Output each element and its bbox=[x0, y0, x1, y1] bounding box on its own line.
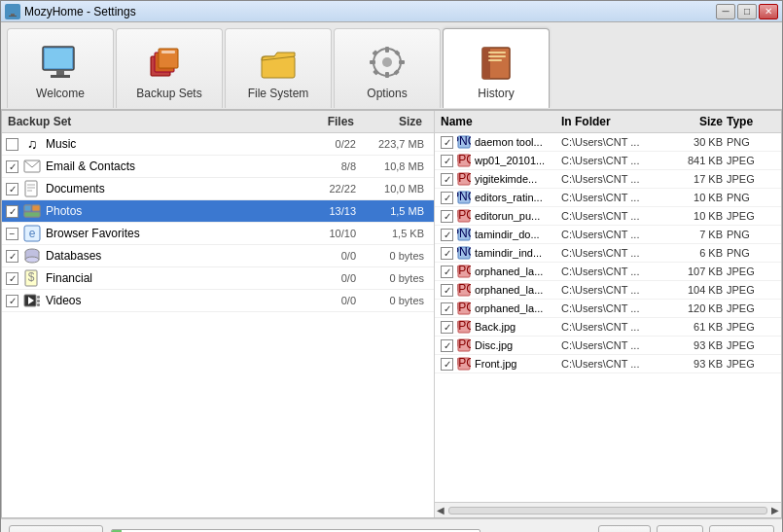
file-row-size: 30 KB bbox=[668, 136, 727, 148]
file-row[interactable]: JPG orphaned_la... C:\Users\CNT ... 104 … bbox=[435, 281, 781, 300]
progress-bar-container bbox=[111, 529, 480, 533]
tab-file-system[interactable]: File System bbox=[225, 28, 332, 108]
tab-history-label: History bbox=[478, 87, 514, 100]
backup-sets-icon bbox=[146, 42, 193, 83]
file-row[interactable]: PNG tamindir_ind... C:\Users\CNT ... 6 K… bbox=[435, 244, 781, 263]
file-row[interactable]: JPG editorun_pu... C:\Users\CNT ... 10 K… bbox=[435, 207, 781, 226]
file-row[interactable]: JPG Front.jpg C:\Users\CNT ... 93 KB JPE… bbox=[435, 355, 781, 373]
backup-row[interactable]: Videos 0/0 0 bytes bbox=[2, 290, 434, 312]
file-row-checkbox[interactable] bbox=[441, 173, 453, 186]
file-row-type: PNG bbox=[727, 247, 775, 259]
backup-row-size: 1,5 KB bbox=[362, 228, 430, 239]
backup-row-name: Videos bbox=[46, 294, 313, 307]
file-row-folder: C:\Users\CNT ... bbox=[561, 136, 668, 148]
maximize-button[interactable]: □ bbox=[737, 4, 757, 19]
backup-row-checkbox[interactable] bbox=[6, 205, 18, 218]
file-row[interactable]: PNG tamindir_do... C:\Users\CNT ... 7 KB… bbox=[435, 226, 781, 244]
file-row-checkbox[interactable] bbox=[441, 192, 453, 204]
file-row-checkbox[interactable] bbox=[441, 321, 453, 334]
file-row-folder: C:\Users\CNT ... bbox=[561, 302, 668, 314]
scroll-right-arrow[interactable]: ▶ bbox=[771, 505, 779, 515]
file-row[interactable]: JPG Back.jpg C:\Users\CNT ... 61 KB JPEG bbox=[435, 318, 781, 337]
backup-row[interactable]: Photos 13/13 1,5 MB bbox=[2, 200, 434, 223]
file-row-checkbox[interactable] bbox=[441, 302, 453, 315]
file-row-size: 10 KB bbox=[668, 210, 727, 222]
backup-row-size: 0 bytes bbox=[362, 272, 430, 284]
file-row-name: orphaned_la... bbox=[475, 302, 561, 314]
file-row-folder: C:\Users\CNT ... bbox=[561, 229, 668, 240]
backup-row[interactable]: Databases 0/0 0 bytes bbox=[2, 245, 434, 267]
file-row[interactable]: JPG wp01_20101... C:\Users\CNT ... 841 K… bbox=[435, 152, 781, 170]
file-row-folder: C:\Users\CNT ... bbox=[561, 358, 668, 370]
file-row-checkbox[interactable] bbox=[441, 229, 453, 241]
backup-row-size: 10,8 MB bbox=[362, 160, 430, 172]
increase-limit-button[interactable]: Increase Limit bbox=[9, 525, 103, 533]
tab-history[interactable]: History bbox=[443, 28, 550, 108]
scrollbar-track[interactable] bbox=[448, 507, 767, 514]
backup-row-files: 0/0 bbox=[313, 272, 362, 284]
svg-text:JPG: JPG bbox=[457, 283, 471, 296]
file-list[interactable]: PNG daemon tool... C:\Users\CNT ... 30 K… bbox=[435, 133, 781, 502]
ok-button[interactable]: OK bbox=[657, 525, 702, 533]
backup-row-icon bbox=[22, 180, 42, 197]
file-row-name: daemon tool... bbox=[475, 136, 561, 148]
backup-row[interactable]: $ Financial 0/0 0 bytes bbox=[2, 267, 434, 290]
tab-welcome[interactable]: Welcome bbox=[7, 28, 114, 108]
file-row-checkbox[interactable] bbox=[441, 210, 453, 223]
file-type-icon: JPG bbox=[456, 301, 472, 316]
tab-backup-sets[interactable]: Backup Sets bbox=[116, 28, 223, 108]
left-header: Backup Set Files Size bbox=[2, 111, 434, 133]
backup-row-checkbox[interactable] bbox=[6, 183, 18, 195]
file-row[interactable]: PNG editors_ratin... C:\Users\CNT ... 10… bbox=[435, 189, 781, 207]
svg-text:JPG: JPG bbox=[457, 338, 471, 351]
backup-row[interactable]: ♫ Music 0/22 223,7 MB bbox=[2, 133, 434, 156]
cancel-button[interactable]: Cancel bbox=[709, 525, 774, 533]
backup-row-name: Databases bbox=[46, 249, 313, 263]
backup-row-name: Email & Contacts bbox=[46, 160, 313, 173]
svg-text:JPG: JPG bbox=[457, 320, 471, 333]
file-row-size: 841 KB bbox=[668, 155, 727, 166]
file-row-checkbox[interactable] bbox=[441, 247, 453, 260]
horizontal-scrollbar[interactable]: ◀ ▶ bbox=[435, 502, 781, 517]
backup-row[interactable]: Email & Contacts 8/8 10,8 MB bbox=[2, 156, 434, 178]
file-row-type: PNG bbox=[727, 136, 775, 148]
backup-row-files: 10/10 bbox=[313, 228, 362, 239]
file-row-checkbox[interactable] bbox=[441, 136, 453, 149]
file-row-checkbox[interactable] bbox=[441, 155, 453, 167]
backup-row-checkbox[interactable] bbox=[6, 272, 18, 285]
file-row-checkbox[interactable] bbox=[441, 358, 453, 371]
file-row-type: JPEG bbox=[727, 266, 775, 277]
file-row-checkbox[interactable] bbox=[441, 284, 453, 297]
titlebar: MozyHome - Settings ─ □ ✕ bbox=[1, 1, 782, 22]
file-row[interactable]: JPG orphaned_la... C:\Users\CNT ... 107 … bbox=[435, 263, 781, 281]
file-type-icon: PNG bbox=[456, 190, 472, 205]
file-row-checkbox[interactable] bbox=[441, 266, 453, 278]
file-row-type: PNG bbox=[727, 229, 775, 240]
file-row-folder: C:\Users\CNT ... bbox=[561, 155, 668, 166]
bottom-left: Increase Limit bbox=[9, 525, 480, 533]
backup-row-checkbox[interactable] bbox=[6, 250, 18, 263]
backup-row-checkbox[interactable] bbox=[6, 295, 18, 307]
backup-row-checkbox[interactable] bbox=[6, 138, 18, 151]
minimize-button[interactable]: ─ bbox=[716, 4, 735, 19]
tab-options[interactable]: Options bbox=[334, 28, 441, 108]
svg-text:PNG: PNG bbox=[457, 135, 471, 148]
scroll-left-arrow[interactable]: ◀ bbox=[437, 505, 445, 515]
file-row[interactable]: JPG Disc.jpg C:\Users\CNT ... 93 KB JPEG bbox=[435, 337, 781, 355]
backup-row-checkbox[interactable] bbox=[6, 228, 18, 240]
backup-row-files: 0/22 bbox=[313, 138, 362, 150]
backup-row-icon bbox=[22, 202, 42, 220]
help-button[interactable]: Help bbox=[598, 525, 652, 533]
backup-row[interactable]: e Browser Favorites 10/10 1,5 KB bbox=[2, 223, 434, 245]
close-button[interactable]: ✕ bbox=[759, 4, 778, 19]
bottom-bar: Increase Limit Help OK Cancel bbox=[1, 518, 782, 532]
svg-text:PNG: PNG bbox=[457, 246, 471, 259]
file-row[interactable]: PNG daemon tool... C:\Users\CNT ... 30 K… bbox=[435, 133, 781, 152]
file-row[interactable]: JPG orphaned_la... C:\Users\CNT ... 120 … bbox=[435, 300, 781, 318]
file-system-icon bbox=[255, 42, 302, 83]
file-row-checkbox[interactable] bbox=[441, 339, 453, 352]
backup-row[interactable]: Documents 22/22 10,0 MB bbox=[2, 178, 434, 200]
file-row[interactable]: JPG yigitekimde... C:\Users\CNT ... 17 K… bbox=[435, 170, 781, 189]
toolbar: Welcome Backup Sets File Sys bbox=[1, 22, 782, 110]
backup-row-checkbox[interactable] bbox=[6, 160, 18, 173]
